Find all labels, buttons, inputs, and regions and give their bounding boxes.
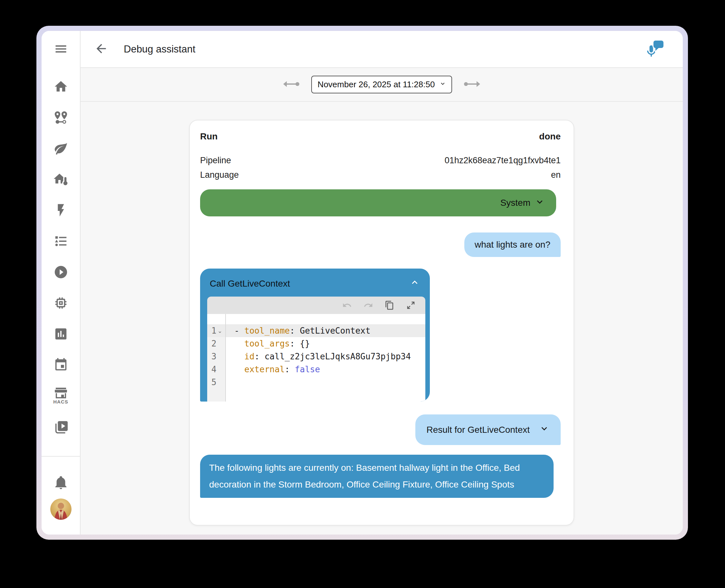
- sidebar-item-climate[interactable]: [42, 164, 80, 195]
- run-label: Run: [200, 131, 218, 142]
- editor-toolbar: [207, 297, 425, 314]
- previous-run-button[interactable]: [282, 80, 300, 89]
- app-window: HACS: [36, 26, 688, 540]
- sidebar: HACS: [42, 31, 81, 534]
- fold-chevron-icon[interactable]: [218, 327, 222, 335]
- sidebar-item-home[interactable]: [42, 71, 80, 102]
- sidebar-item-media[interactable]: [42, 411, 80, 442]
- sidebar-item-power[interactable]: [42, 195, 80, 226]
- chart-box-icon: [54, 327, 68, 341]
- storefront-icon: [54, 387, 68, 398]
- sidebar-item-history[interactable]: [42, 318, 80, 350]
- home-thermometer-icon: [54, 172, 68, 187]
- sidebar-notifications-button[interactable]: [42, 467, 80, 499]
- run-select-value: November 26, 2025 at 11:28:50: [318, 80, 435, 89]
- pipeline-row: Pipeline 01hz2k68eaz7te1qg1fxvb4te1: [200, 153, 561, 168]
- home-assistant-app: HACS: [42, 31, 683, 534]
- run-fields: Pipeline 01hz2k68eaz7te1qg1fxvb4te1 Lang…: [200, 153, 561, 182]
- pipeline-value: 01hz2k68eaz7te1qg1fxvb4te1: [445, 153, 561, 168]
- line-number: 1: [207, 324, 226, 337]
- language-label: Language: [200, 168, 239, 182]
- code-text: [226, 376, 425, 389]
- system-prompt-label: System: [500, 198, 530, 208]
- sidebar-item-logbook[interactable]: [42, 226, 80, 257]
- calendar-icon: [54, 357, 68, 372]
- run-picker-row: November 26, 2025 at 11:28:50: [81, 68, 683, 102]
- next-run-button[interactable]: [463, 80, 481, 89]
- bulleted-list-icon: [54, 234, 68, 249]
- leaf-icon: [54, 141, 68, 156]
- code-text: tool_args: {}: [226, 337, 425, 350]
- hamburger-menu-icon: [54, 42, 68, 57]
- code-text: external: false: [226, 363, 425, 376]
- code-text: - tool_name: GetLiveContext: [226, 324, 425, 337]
- run-select[interactable]: November 26, 2025 at 11:28:50: [311, 76, 452, 93]
- arrow-right-dot-icon: [463, 80, 481, 89]
- line-number: 3: [207, 350, 226, 363]
- expand-icon[interactable]: [406, 300, 416, 310]
- line-number: 4: [207, 363, 226, 376]
- editor-filler: [207, 389, 425, 402]
- run-status-value: done: [539, 131, 561, 142]
- code-line: 2 tool_args: {}: [207, 337, 425, 350]
- editor-body: 1- tool_name: GetLiveContext2 tool_args:…: [207, 314, 425, 402]
- arrow-left-dot-icon: [282, 80, 300, 89]
- sidebar-item-calendar[interactable]: [42, 350, 80, 380]
- yaml-editor[interactable]: 1- tool_name: GetLiveContext2 tool_args:…: [207, 297, 425, 402]
- undo-icon[interactable]: [342, 300, 352, 310]
- copy-icon[interactable]: [385, 300, 395, 310]
- tool-result-label: Result for GetLiveContext: [426, 425, 530, 435]
- code-line: 1- tool_name: GetLiveContext: [207, 324, 425, 337]
- back-button[interactable]: [94, 42, 109, 57]
- desktop: { "header": { "title": "Debug assistant"…: [0, 0, 725, 588]
- tool-call-title: Call GetLiveContext: [210, 278, 290, 289]
- system-prompt-expander[interactable]: System: [200, 189, 556, 216]
- redo-icon[interactable]: [363, 300, 373, 310]
- lightning-flash-icon: [54, 203, 68, 218]
- code-text: id: call_z2jc3leLJqksA8Gu73pjbp34: [226, 350, 425, 363]
- play-box-multiple-icon: [54, 419, 68, 434]
- user-avatar[interactable]: [50, 499, 72, 520]
- language-value: en: [551, 168, 561, 182]
- sidebar-divider: [42, 456, 80, 457]
- chevron-up-icon: [409, 277, 420, 290]
- debug-content: Run done Pipeline 01hz2k68eaz7te1qg1fxvb…: [81, 102, 683, 534]
- code-line: 5: [207, 376, 425, 389]
- sidebar-menu-button[interactable]: [42, 31, 80, 68]
- chevron-down-icon: [539, 423, 550, 436]
- run-card: Run done Pipeline 01hz2k68eaz7te1qg1fxvb…: [189, 120, 574, 526]
- play-circle-icon: [54, 265, 68, 279]
- line-number: 5: [207, 376, 226, 389]
- run-status-row: Run done: [200, 131, 561, 142]
- bell-icon: [54, 475, 68, 491]
- sidebar-item-energy[interactable]: [42, 133, 80, 164]
- tool-result-expander[interactable]: Result for GetLiveContext: [415, 415, 561, 445]
- assist-voice-button[interactable]: [642, 39, 665, 59]
- map-marker-distance-icon: [54, 110, 68, 125]
- assistant-message-bubble: The following lights are currently on: B…: [200, 455, 553, 498]
- sidebar-item-media-browser[interactable]: [42, 257, 80, 288]
- sidebar-item-hacs[interactable]: HACS: [42, 380, 80, 411]
- code-line: 3 id: call_z2jc3leLJqksA8Gu73pjbp34: [207, 350, 425, 363]
- chip-icon: [54, 296, 68, 310]
- chevron-down-icon: [439, 80, 446, 89]
- hacs-label: HACS: [53, 399, 68, 404]
- pipeline-label: Pipeline: [200, 153, 231, 168]
- editor-top-padding: [207, 314, 425, 324]
- top-header: Debug assistant: [81, 31, 683, 68]
- arrow-left-icon: [94, 42, 108, 57]
- main-area: Debug assistant: [81, 31, 683, 534]
- chevron-down-icon: [534, 196, 545, 210]
- sidebar-item-map[interactable]: [42, 102, 80, 133]
- user-message-bubble: what lights are on?: [464, 232, 561, 257]
- line-number: 2: [207, 337, 226, 350]
- tool-call-panel: Call GetLiveContext: [200, 269, 430, 402]
- tool-call-header[interactable]: Call GetLiveContext: [200, 269, 430, 297]
- code-lines: 1- tool_name: GetLiveContext2 tool_args:…: [207, 324, 425, 389]
- sidebar-nav: HACS: [42, 71, 80, 442]
- language-row: Language en: [200, 168, 561, 182]
- page-title: Debug assistant: [124, 43, 195, 55]
- sidebar-item-esphome[interactable]: [42, 288, 80, 318]
- microphone-message-icon: [642, 55, 665, 60]
- home-icon: [54, 79, 68, 94]
